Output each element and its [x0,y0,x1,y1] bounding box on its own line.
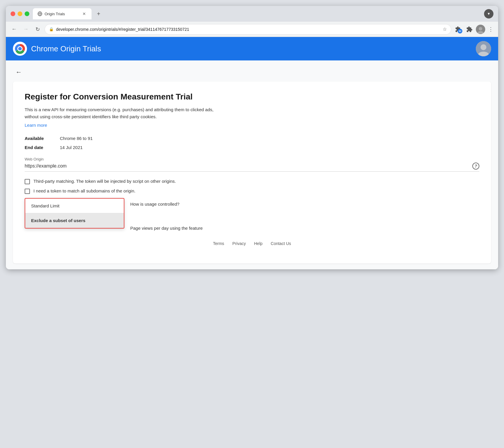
svg-point-9 [481,44,486,50]
third-party-checkbox[interactable] [25,179,30,184]
privacy-link[interactable]: Privacy [232,241,246,246]
site-header-left: Chrome Origin Trials [13,42,101,56]
dropdown-option-exclude[interactable]: Exclude a subset of users [25,213,124,228]
learn-more-link[interactable]: Learn more [25,123,479,128]
tab-favicon-icon [38,11,42,16]
chrome-logo-icon [13,42,27,56]
extensions-menu-button[interactable] [465,25,474,34]
chrome-menu-button[interactable]: ⋮ [487,25,495,34]
browser-window: Origin Trials ✕ + ▼ ← → ↻ 🔒 developer.ch… [6,6,498,269]
svg-point-4 [478,31,483,33]
registration-card: Register for Conversion Measurement Tria… [13,82,491,263]
maximize-window-button[interactable] [25,11,29,16]
bookmark-star-icon[interactable]: ☆ [443,26,447,32]
address-bar-right: 32 ⋮ [454,25,495,34]
user-avatar[interactable] [476,41,491,56]
back-button[interactable]: ← [9,25,19,34]
browser-dropdown-button[interactable]: ▼ [484,9,493,18]
lock-icon: 🔒 [49,27,54,31]
content-area: ← Register for Conversion Measurement Tr… [6,60,498,269]
url-text: developer.chrome.com/origintrials/#/regi… [56,27,440,32]
forward-button[interactable]: → [21,25,31,34]
extensions-button[interactable]: 32 [454,25,463,34]
page-back-button[interactable]: ← [13,66,25,78]
site-header-title: Chrome Origin Trials [31,44,101,53]
usage-controlled-label: How is usage controlled? [130,202,180,207]
tab-close-button[interactable]: ✕ [82,11,87,16]
web-origin-group: Web Origin ? [25,157,479,172]
available-value: Chrome 86 to 91 [60,136,93,141]
refresh-button[interactable]: ↻ [33,25,42,34]
close-window-button[interactable] [11,11,15,16]
end-date-row: End date 14 Jul 2021 [25,145,479,150]
dropdown-divider-bottom [25,228,124,228]
tab-bar: Origin Trials ✕ + [33,8,481,19]
extension-badge: 32 [458,29,462,33]
dropdown-option-standard[interactable]: Standard Limit [25,199,124,213]
minimize-window-button[interactable] [18,11,22,16]
end-date-value: 14 Jul 2021 [60,145,83,150]
title-bar: Origin Trials ✕ + ▼ [6,6,498,22]
origin-input-row: ? [25,163,479,172]
third-party-label: Third-party matching. The token will be … [33,179,176,184]
help-link[interactable]: Help [254,241,263,246]
site-header: Chrome Origin Trials [6,37,498,60]
usage-dropdown-popup[interactable]: Standard Limit Exclude a subset of users [25,198,124,229]
url-bar[interactable]: 🔒 developer.chrome.com/origintrials/#/re… [45,24,451,35]
available-row: Available Chrome 86 to 91 [25,136,479,141]
help-icon[interactable]: ? [472,163,479,170]
page-views-text: Page views per day using the feature [130,226,479,231]
end-date-label: End date [25,145,60,150]
third-party-checkbox-row: Third-party matching. The token will be … [25,179,479,184]
web-origin-input[interactable] [25,163,469,169]
profile-avatar-button[interactable] [476,25,485,34]
traffic-lights [11,11,29,16]
usage-control-section: Usage limit Standard Limit Exclude a sub… [25,198,479,231]
active-tab[interactable]: Origin Trials ✕ [33,8,92,19]
subdomain-label: I need a token to match all subdomains o… [33,188,136,193]
contact-link[interactable]: Contact Us [271,241,291,246]
subdomain-checkbox-row: I need a token to match all subdomains o… [25,188,479,194]
svg-point-7 [18,47,22,50]
address-bar: ← → ↻ 🔒 developer.chrome.com/origintrial… [6,22,498,37]
new-tab-button[interactable]: + [94,9,103,18]
subdomain-checkbox[interactable] [25,189,30,194]
svg-point-3 [479,27,482,31]
available-label: Available [25,136,60,141]
web-origin-label: Web Origin [25,157,479,161]
terms-link[interactable]: Terms [213,241,224,246]
card-description: This is a new API for measuring conversi… [25,106,224,120]
tab-title: Origin Trials [45,12,65,16]
page-title: Register for Conversion Measurement Tria… [25,92,479,102]
footer: Terms Privacy Help Contact Us [25,235,479,252]
